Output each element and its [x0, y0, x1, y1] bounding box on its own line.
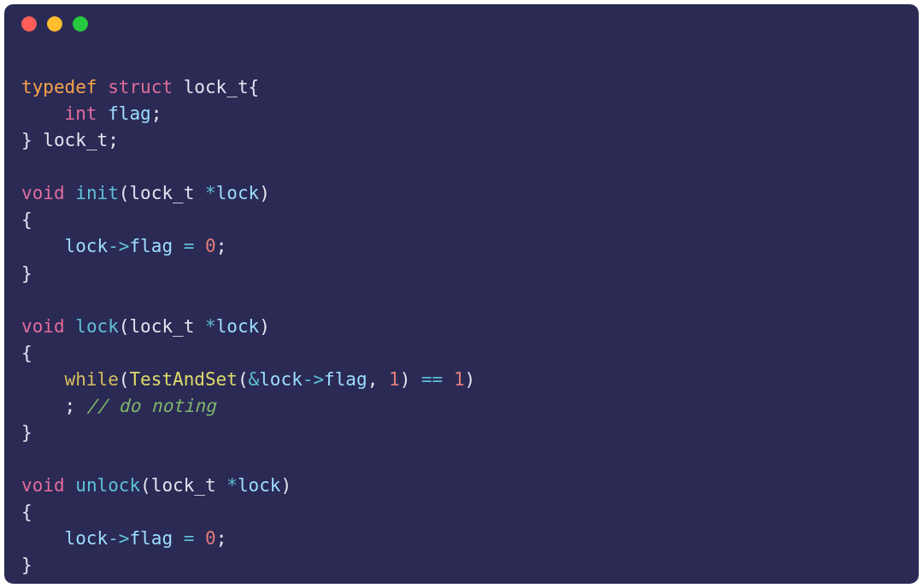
kw-void: void [21, 183, 65, 203]
window-titlebar [4, 4, 919, 44]
minimize-icon[interactable] [47, 16, 62, 32]
kw-typedef: typedef [21, 77, 97, 97]
field-flag: flag [108, 103, 151, 124]
maximize-icon[interactable] [73, 16, 88, 32]
fn-unlock: unlock [75, 475, 140, 496]
param-lock: lock [216, 183, 260, 203]
code-window: typedef struct lock_t{ int flag; } lock_… [4, 4, 919, 584]
fn-testandset: TestAndSet [129, 369, 237, 390]
fn-init: init [75, 183, 119, 203]
num-1: 1 [389, 369, 400, 390]
type-lock_t: lock_t [184, 77, 249, 97]
num-0: 0 [205, 236, 216, 256]
code-block: typedef struct lock_t{ int flag; } lock_… [4, 44, 919, 584]
kw-struct: struct [108, 77, 173, 97]
close-icon[interactable] [21, 16, 37, 32]
comment: // do noting [86, 396, 216, 416]
kw-while: while [65, 369, 119, 390]
fn-lock: lock [75, 316, 119, 337]
kw-int: int [65, 103, 97, 124]
